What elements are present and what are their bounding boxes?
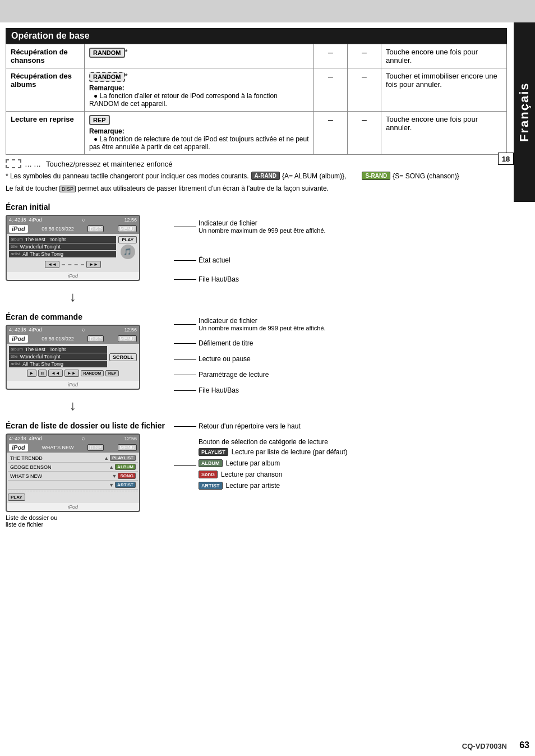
play-btn-liste[interactable]: PLAY: [8, 494, 25, 501]
info-artist-cmd: artist All That She Tonig: [9, 361, 107, 367]
annot-defilement: Défilement de titre: [174, 339, 507, 347]
desc-recuperation-chansons: Touche encore une fois pour annuler.: [381, 44, 507, 68]
annot-block-lecture: Lecture ou pause: [174, 355, 507, 363]
annot-text-retour: Retour d'un répertoire vers le haut: [199, 422, 301, 430]
annot-block-retour: Retour d'un répertoire vers le haut: [174, 422, 507, 430]
list-item-1: THE TRENDD ▲ PLAYLIST: [8, 454, 138, 463]
disp-btn-cmd[interactable]: DISP: [87, 335, 104, 342]
list-item-2: GEOGE BENSON ▲ ALBUM: [8, 463, 138, 472]
page-num-bottom: 63: [519, 740, 529, 750]
legend-text: Touchez/pressez et maintenez enfoncé: [46, 160, 172, 168]
dash-6: –: [348, 112, 381, 155]
screen-liste-display: 4:-42d8 4iPod ♫ 12:56 iPod WHAT'S NEW DI…: [6, 434, 140, 512]
desc-lecture-reprise: Touche encore une fois pour annuler.: [381, 112, 507, 155]
song-btn-1[interactable]: SONG: [118, 473, 136, 479]
screen-liste-section: Écran de liste de dossier ou liste de fi…: [6, 421, 165, 528]
cat-artist: ARTIST Lecture par artiste: [199, 482, 347, 490]
playlist-btn-1[interactable]: PLAYLIST: [110, 455, 136, 461]
row-label-recuperation-chansons: Récupération dechansons: [6, 44, 85, 68]
disp-note: Le fait de toucher DISP permet aux utili…: [6, 185, 507, 192]
ipod-row1-initial: iPod 06:56 013/022 DISP MENU: [7, 224, 139, 234]
annot-text-indicateur: Indicateur de fichier: [199, 219, 326, 227]
row-label-recuperation-albums: Récupération desalbums: [6, 68, 85, 112]
cat-song: SonG Lecture par chanson: [199, 471, 347, 478]
screen-initial-section: Écran initial 4:-42d8 4iPod ♫ 12:56 iPod…: [6, 202, 140, 281]
disp-btn-liste[interactable]: DISP: [87, 444, 104, 451]
annot-file-haut-bas-1: File Haut/Bas: [174, 275, 507, 283]
next-btn[interactable]: ►►: [86, 261, 101, 268]
annot-block-indicateur2: Indicateur de fichier Un nombre maximum …: [174, 317, 507, 331]
category-list: PLAYLIST Lecture par liste de lecture (p…: [199, 448, 347, 490]
annot-sub-indicateur: Un nombre maximum de 999 peut être affic…: [199, 227, 326, 234]
remarque-albums: Remarque: ● La fonction d'aller et retou…: [89, 84, 309, 108]
star-note: * Les symboles du panneau tactile change…: [6, 172, 507, 180]
annot-text-defilement: Défilement de titre: [199, 339, 253, 347]
ipod-topbar-liste: 4:-42d8 4iPod ♫ 12:56: [7, 435, 139, 442]
ipod-logo: iPod: [9, 225, 28, 233]
ipod-row1-commande: iPod 06:56 013/022 DISP MENU: [7, 334, 139, 344]
annot-lecture-pause: Lecture ou pause: [174, 355, 507, 363]
menu-btn-liste[interactable]: MENU: [118, 444, 137, 451]
annot-sub-ind2: Un nombre maximum de 999 peut être affic…: [199, 325, 326, 331]
annot-indicateur-fichier: Indicateur de fichier Un nombre maximum …: [174, 219, 507, 234]
ipod-footer-liste: iPod: [7, 503, 139, 511]
ipod-topbar-commande: 4:-42d8 4iPod ♫ 12:56: [7, 326, 139, 334]
language-label: Français: [514, 22, 535, 202]
table-row: Récupération dechansons RANDOM* – – Touc…: [6, 44, 507, 68]
annot-block-defilement: Défilement de titre: [174, 339, 507, 347]
table-row: Lecture en reprise REP Remarque: ● La fo…: [6, 112, 507, 155]
list-item-4: ▼ ARTIST: [8, 481, 138, 490]
row-label-lecture-reprise: Lecture en reprise: [6, 112, 85, 155]
ipod-footer-cmd: iPod: [7, 381, 139, 389]
annot-text-file-2: File Haut/Bas: [199, 386, 239, 394]
desc-recuperation-albums: Toucher et immobiliser encore une fois p…: [381, 68, 507, 112]
cat-song-btn: SonG: [199, 471, 218, 478]
a-rand-button: A-RAND: [251, 172, 280, 180]
dash-4: –: [348, 68, 381, 112]
ipod-footer-initial: iPod: [7, 272, 139, 280]
info-title-cmd: title Wonderful Tonight: [9, 353, 107, 360]
star-note-text: * Les symboles du panneau tactile change…: [6, 172, 249, 180]
pause-ctrl[interactable]: II: [38, 370, 46, 377]
screen-commande-title: Écran de commande: [6, 312, 140, 321]
annot-retour: Retour d'un répertoire vers le haut: [174, 422, 507, 430]
screen-commande-display: 4:-42d8 4iPod ♫ 12:56 iPod 06:56 013/022…: [6, 325, 140, 390]
annot-text-param: Paramétrage de lecture: [199, 371, 269, 379]
next-ctrl[interactable]: ►►: [64, 370, 79, 377]
album-btn-1[interactable]: ALBUM: [115, 464, 136, 470]
artist-btn-1[interactable]: ARTIST: [115, 482, 136, 488]
legend-section: …… Touchez/pressez et maintenez enfoncé: [6, 159, 507, 168]
rep-ctrl[interactable]: REP: [105, 370, 119, 376]
list-item-3: WHAT'S NEW ▼ SONG: [8, 472, 138, 481]
annot-etat-actuel: État actuel: [174, 256, 507, 264]
remarque-reprise: Remarque: ● La fonction de relecture de …: [89, 127, 309, 151]
random-button-dashed[interactable]: RANDOM: [89, 72, 125, 82]
scroll-button[interactable]: SCROLL: [109, 353, 137, 361]
section-header: Opération de base: [6, 28, 507, 44]
menu-btn-initial[interactable]: MENU: [118, 225, 137, 232]
random-ctrl[interactable]: RANDOM: [81, 370, 104, 376]
cat-album-label: Lecture par album: [226, 459, 280, 467]
ipod-logo-liste: iPod: [9, 444, 28, 451]
disp-btn-initial[interactable]: DISP: [87, 225, 104, 232]
annot-indicateur-2: Indicateur de fichier Un nombre maximum …: [174, 317, 507, 331]
prev-ctrl[interactable]: ◄◄: [48, 370, 63, 377]
disp-button-inline: DISP: [59, 186, 76, 192]
play-ctrl[interactable]: ►: [27, 370, 37, 377]
song-label: {S= SONG (chanson)}: [393, 172, 459, 180]
random-button-solid[interactable]: RANDOM: [89, 48, 125, 58]
rep-button[interactable]: REP: [89, 115, 110, 125]
cat-playlist-btn: PLAYLIST: [199, 448, 228, 456]
dots: ……: [25, 160, 43, 168]
cat-album-btn: ALBUM: [199, 459, 223, 467]
screens-layout: Écran initial 4:-42d8 4iPod ♫ 12:56 iPod…: [6, 197, 507, 533]
menu-btn-cmd[interactable]: MENU: [118, 335, 137, 342]
s-rand-button: S-RAND: [362, 172, 390, 180]
ipod-logo-cmd: iPod: [9, 335, 28, 343]
screen-commande-section: Écran de commande 4:-42d8 4iPod ♫ 12:56 …: [6, 312, 140, 390]
prev-btn[interactable]: ◄◄: [45, 261, 59, 268]
screen-initial-title: Écran initial: [6, 202, 140, 211]
annot-block-param: Paramétrage de lecture: [174, 371, 507, 379]
annot-block-bouton: Bouton de sélection de catégorie de lect…: [174, 438, 507, 493]
arrow-1: ↓: [6, 289, 140, 305]
